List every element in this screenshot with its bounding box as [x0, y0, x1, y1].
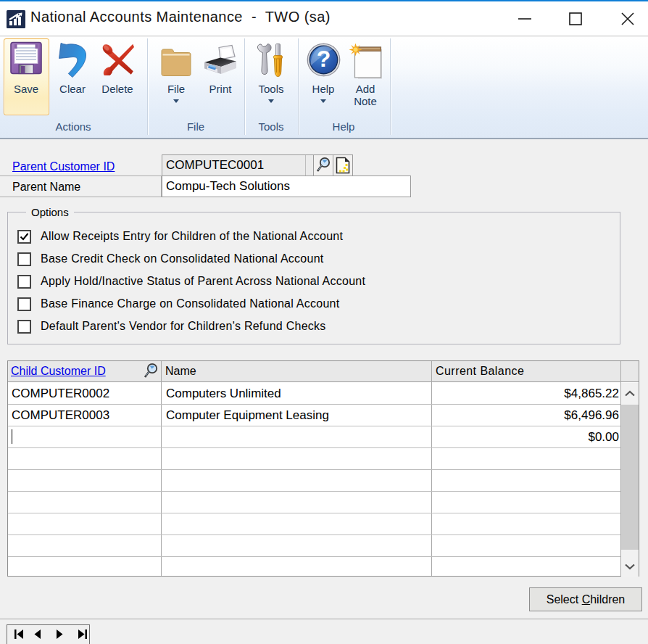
svg-text:?: ? — [317, 46, 331, 72]
